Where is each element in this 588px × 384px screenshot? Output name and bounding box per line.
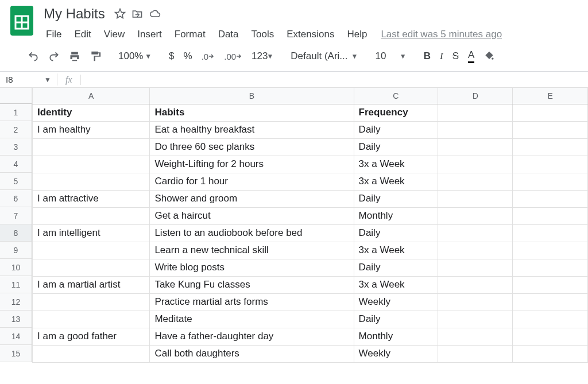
cell[interactable]: 3x a Week xyxy=(354,242,438,259)
fill-color-button[interactable] xyxy=(479,48,500,64)
cell[interactable]: Learn a new technical skill xyxy=(150,242,354,259)
cell[interactable]: Have a father-daughter day xyxy=(150,328,354,345)
cell[interactable]: Daily xyxy=(354,121,438,138)
cell[interactable] xyxy=(513,190,588,207)
column-header-E[interactable]: E xyxy=(513,88,588,104)
sheets-logo[interactable] xyxy=(9,5,34,37)
cell[interactable]: Daily xyxy=(354,138,438,156)
cell[interactable] xyxy=(33,138,150,156)
cell[interactable] xyxy=(33,173,150,190)
menu-file[interactable]: File xyxy=(40,26,67,42)
italic-button[interactable]: I xyxy=(435,48,448,64)
spreadsheet-grid[interactable]: ABCDE IdentityHabitsFrequencyI am health… xyxy=(32,88,588,363)
cell[interactable]: Habits xyxy=(150,104,354,121)
cell[interactable] xyxy=(33,259,150,276)
cell[interactable]: I am attractive xyxy=(33,190,150,207)
cell[interactable] xyxy=(513,104,588,121)
cell[interactable]: Call both daughters xyxy=(150,345,354,362)
cell[interactable] xyxy=(438,311,513,328)
cell[interactable] xyxy=(513,259,588,276)
cell[interactable] xyxy=(513,328,588,345)
cell[interactable] xyxy=(33,156,150,173)
cell[interactable]: Do three 60 sec planks xyxy=(150,138,354,156)
column-header-C[interactable]: C xyxy=(354,88,438,104)
cell[interactable] xyxy=(438,121,513,138)
cell[interactable]: Practice martial arts forms xyxy=(150,293,354,311)
menu-view[interactable]: View xyxy=(98,26,131,42)
cell[interactable] xyxy=(438,345,513,362)
cell[interactable] xyxy=(513,224,588,242)
cell[interactable]: Get a haircut xyxy=(150,207,354,224)
redo-icon[interactable] xyxy=(44,48,64,64)
star-icon[interactable] xyxy=(114,8,126,20)
cell[interactable]: Daily xyxy=(354,224,438,242)
row-header[interactable]: 9 xyxy=(0,242,32,259)
column-header-A[interactable]: A xyxy=(33,88,150,104)
row-header[interactable]: 5 xyxy=(0,173,32,190)
row-header[interactable]: 1 xyxy=(0,104,32,121)
document-title[interactable]: My Habits xyxy=(40,5,109,23)
increase-decimal[interactable]: .00 xyxy=(219,49,247,64)
cell[interactable]: Meditate xyxy=(150,311,354,328)
more-formats[interactable]: 123▼ xyxy=(247,48,278,64)
cell[interactable] xyxy=(33,207,150,224)
format-currency[interactable]: $ xyxy=(164,48,179,64)
cell[interactable] xyxy=(438,190,513,207)
cell[interactable] xyxy=(513,242,588,259)
cell[interactable]: I am intelligent xyxy=(33,224,150,242)
paint-format-icon[interactable] xyxy=(85,48,106,64)
cell[interactable] xyxy=(438,242,513,259)
name-box[interactable]: I8▼ xyxy=(0,73,57,86)
row-header[interactable]: 14 xyxy=(0,328,32,345)
row-header[interactable]: 4 xyxy=(0,156,32,173)
row-header[interactable]: 6 xyxy=(0,190,32,207)
cell[interactable] xyxy=(438,293,513,311)
cell[interactable]: Eat a healthy breakfast xyxy=(150,121,354,138)
cell[interactable] xyxy=(513,207,588,224)
cell[interactable] xyxy=(438,104,513,121)
menu-insert[interactable]: Insert xyxy=(131,26,168,42)
formula-bar[interactable] xyxy=(81,72,588,87)
cell[interactable] xyxy=(513,311,588,328)
text-color-button[interactable]: A xyxy=(463,47,479,65)
menu-help[interactable]: Help xyxy=(341,26,373,42)
zoom-select[interactable]: 100% ▼ xyxy=(114,48,156,64)
row-header[interactable]: 3 xyxy=(0,138,32,156)
undo-icon[interactable] xyxy=(23,48,44,64)
row-header[interactable]: 10 xyxy=(0,259,32,276)
move-icon[interactable] xyxy=(131,8,143,20)
cell[interactable]: Weekly xyxy=(354,293,438,311)
cell[interactable] xyxy=(438,259,513,276)
row-header[interactable]: 7 xyxy=(0,207,32,224)
font-size-select[interactable]: 10 ▼ xyxy=(370,49,411,63)
cell[interactable] xyxy=(513,121,588,138)
cell[interactable]: Listen to an audiobook before bed xyxy=(150,224,354,242)
cell[interactable] xyxy=(513,276,588,293)
cell[interactable] xyxy=(438,224,513,242)
cloud-status-icon[interactable] xyxy=(149,8,161,20)
cell[interactable] xyxy=(438,156,513,173)
decrease-decimal[interactable]: .0 xyxy=(197,49,220,64)
cell[interactable] xyxy=(33,311,150,328)
row-header[interactable]: 15 xyxy=(0,345,32,362)
cell[interactable] xyxy=(513,138,588,156)
row-header[interactable]: 2 xyxy=(0,121,32,138)
cell[interactable]: Identity xyxy=(33,104,150,121)
cell[interactable]: I am healthy xyxy=(33,121,150,138)
cell[interactable]: 3x a Week xyxy=(354,173,438,190)
select-all-corner[interactable] xyxy=(0,88,32,104)
font-family-select[interactable]: Default (Ari...▼ xyxy=(286,49,362,63)
menu-format[interactable]: Format xyxy=(169,26,211,42)
menu-tools[interactable]: Tools xyxy=(246,26,280,42)
cell[interactable]: Shower and groom xyxy=(150,190,354,207)
menu-extensions[interactable]: Extensions xyxy=(281,26,340,42)
bold-button[interactable]: B xyxy=(419,48,435,64)
cell[interactable] xyxy=(438,173,513,190)
cell[interactable]: Daily xyxy=(354,190,438,207)
cell[interactable]: Frequency xyxy=(354,104,438,121)
column-header-B[interactable]: B xyxy=(150,88,354,104)
menu-edit[interactable]: Edit xyxy=(68,26,96,42)
cell[interactable]: Write blog posts xyxy=(150,259,354,276)
cell[interactable]: Cardio for 1 hour xyxy=(150,173,354,190)
cell[interactable] xyxy=(438,138,513,156)
